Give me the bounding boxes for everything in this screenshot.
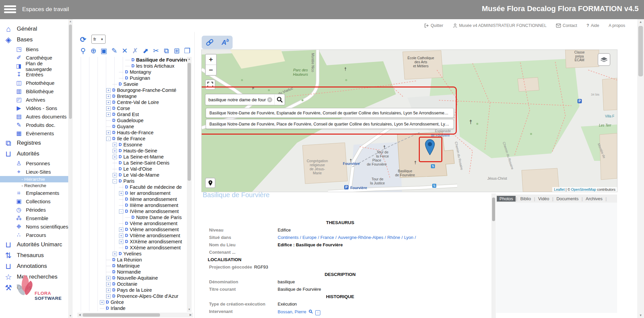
tree-expander-icon[interactable] bbox=[113, 84, 117, 84]
scroll-up-arrow[interactable]: ▲ bbox=[637, 19, 644, 25]
tree-node-label[interactable]: XIXème arrondissement bbox=[130, 239, 182, 244]
sidebar-item[interactable]: ◷ Périodes bbox=[0, 206, 68, 214]
tree-expander-icon[interactable]: + bbox=[119, 227, 123, 232]
tree-expander-icon[interactable] bbox=[113, 163, 117, 163]
tree-node-label[interactable]: Martinique bbox=[117, 263, 140, 269]
scrollbar-thumb[interactable] bbox=[492, 198, 495, 221]
current-user[interactable]: Musée v4 ADMINISTRATEUR FONCTIONNEL bbox=[453, 23, 547, 28]
sidebar-item[interactable]: ⁂ Ensemble bbox=[0, 214, 68, 222]
clear-search-icon[interactable]: ✕ bbox=[267, 97, 272, 102]
tree-expander-icon[interactable]: + bbox=[113, 155, 117, 159]
place-link[interactable]: Rhône bbox=[387, 235, 400, 240]
tree-node[interactable]: + D Hauts-de-Seine bbox=[77, 148, 187, 154]
tree-node-label[interactable]: Basilique de Fourvière bbox=[136, 57, 187, 63]
osm-link[interactable]: OpenStreetMap bbox=[571, 187, 596, 191]
tree-node[interactable]: + D Grand Est bbox=[77, 111, 187, 117]
map-search-box[interactable]: ✕ bbox=[205, 94, 285, 105]
scroll-down-arrow[interactable]: ▼ bbox=[68, 314, 73, 318]
tree-node[interactable]: D La Seine-Saint-Denis bbox=[77, 160, 187, 166]
tree-node-label[interactable]: XXème arrondissement bbox=[130, 245, 181, 250]
tree-expander-icon[interactable]: + bbox=[106, 112, 111, 117]
tree-expander-icon[interactable]: + bbox=[106, 106, 111, 111]
tree-node[interactable]: D Irlande bbox=[77, 305, 187, 311]
tree-node[interactable]: D Normandie bbox=[77, 269, 187, 275]
search-submit-button[interactable] bbox=[274, 95, 285, 105]
tree-node[interactable]: D Martinique bbox=[77, 263, 187, 269]
tree-node-label[interactable]: Corse bbox=[117, 106, 130, 111]
media-tab[interactable]: Archives bbox=[583, 196, 605, 202]
detail-scrollbar[interactable] bbox=[491, 193, 496, 318]
link-geocode-button[interactable] bbox=[205, 38, 214, 47]
edit-icon[interactable]: ✎ bbox=[111, 47, 118, 55]
tree-node[interactable]: + D Corse bbox=[77, 105, 187, 111]
tree-expander-icon[interactable] bbox=[125, 60, 130, 60]
tree-node-label[interactable]: Guadeloupe bbox=[117, 118, 144, 123]
fullscreen-button[interactable] bbox=[205, 79, 215, 90]
tree-expander-icon[interactable] bbox=[119, 78, 123, 78]
tree-node[interactable]: D IIème arrondissement bbox=[77, 196, 187, 202]
tree-node[interactable]: D Savoie bbox=[77, 81, 187, 87]
tree-node-label[interactable]: Le Val-d'Oise bbox=[123, 166, 152, 172]
tree-node-label[interactable]: Guyane bbox=[117, 124, 134, 129]
tree-node-label[interactable]: Ier arrondissement bbox=[130, 190, 170, 196]
paste-icon[interactable]: ⊞ bbox=[173, 47, 180, 55]
scroll-down-arrow[interactable]: ▼ bbox=[637, 313, 644, 318]
detach-icon[interactable]: ✗ bbox=[131, 47, 139, 55]
scroll-left-arrow[interactable]: ◀ bbox=[77, 313, 82, 317]
tree-node[interactable]: D Notre Dame de Paris bbox=[77, 214, 187, 220]
media-tab[interactable]: Photos bbox=[497, 196, 516, 202]
sidebar-item[interactable]: ◰ Archives bbox=[0, 96, 68, 104]
tree-expander-icon[interactable] bbox=[119, 187, 123, 187]
hamburger-menu-icon[interactable] bbox=[4, 5, 16, 14]
tree-node[interactable]: D Vème arrondissement bbox=[77, 220, 187, 226]
tree-node-label[interactable]: Irlande bbox=[111, 306, 125, 311]
tree-node-label[interactable]: les trois Artichaux bbox=[136, 63, 174, 69]
sidebar-item[interactable]: ⌂ Général bbox=[0, 24, 68, 34]
tree-node-label[interactable]: IIIème arrondissement bbox=[130, 203, 178, 208]
sidebar-item[interactable]: ♙ Personnes bbox=[0, 159, 68, 168]
tree-expander-icon[interactable]: + bbox=[106, 100, 111, 105]
sidebar-item[interactable]: ◫ Photothèque bbox=[0, 79, 68, 87]
tree-node[interactable]: + D VIème arrondissement bbox=[77, 226, 187, 233]
tree-expander-icon[interactable]: - bbox=[119, 209, 123, 214]
tree-expander-icon[interactable]: + bbox=[106, 282, 111, 286]
refresh-icon[interactable]: ⟳ bbox=[80, 35, 86, 44]
workspace-label[interactable]: Espaces de travail bbox=[22, 6, 69, 13]
tree-node-label[interactable]: Essonne bbox=[123, 142, 142, 147]
scrollbar-thumb[interactable] bbox=[188, 63, 191, 181]
tree-node-label[interactable]: Savoie bbox=[123, 81, 138, 87]
sidebar-item[interactable]: ❉ Noms scientifiques bbox=[0, 222, 68, 231]
tree-node[interactable]: D Guadeloupe bbox=[77, 117, 187, 123]
tree-expander-icon[interactable] bbox=[119, 199, 123, 200]
tree-expander-icon[interactable] bbox=[106, 120, 111, 121]
tree-node-label[interactable]: IVème arrondissement bbox=[130, 209, 179, 214]
move-out-icon[interactable]: ⬈ bbox=[142, 47, 149, 55]
sidebar-item[interactable]: ⌗ Emplacements bbox=[0, 189, 68, 197]
media-tab[interactable]: Biblio bbox=[518, 196, 534, 202]
tree-expander-icon[interactable] bbox=[119, 223, 123, 224]
sidebar-item[interactable]: ▥ Bibliothèque bbox=[0, 87, 68, 96]
place-link[interactable]: Auvergne-Rhône-Alpes bbox=[338, 235, 383, 240]
sidebar-item[interactable]: ⊔ Annotations bbox=[0, 261, 68, 272]
place-link[interactable]: Lyon bbox=[404, 235, 413, 240]
tree-node-label[interactable]: VIIème arrondissement bbox=[130, 233, 180, 238]
sidebar-item[interactable]: ⌖ Lieux-Sites bbox=[0, 168, 68, 176]
tree-expander-icon[interactable] bbox=[119, 205, 123, 206]
place-link[interactable]: Continents bbox=[278, 235, 298, 240]
tree-node[interactable]: + D Le Val-de-Marne bbox=[77, 172, 187, 178]
tree-node-label[interactable]: Normandie bbox=[117, 269, 141, 275]
tree-node-label[interactable]: Occitanie bbox=[117, 281, 137, 287]
tree-expander-icon[interactable]: + bbox=[119, 234, 123, 238]
tree-expander-icon[interactable] bbox=[125, 217, 130, 218]
sidebar-scrollbar[interactable]: ▲ ▼ bbox=[68, 19, 73, 318]
tree-node[interactable]: + D Centre-Val de Loire bbox=[77, 99, 187, 105]
zoom-out-button[interactable]: − bbox=[206, 65, 216, 75]
tree-node-label[interactable]: Bourgogne-Franche-Comté bbox=[117, 87, 176, 93]
sidebar-item[interactable]: ⧉ Registres bbox=[0, 138, 68, 148]
quit-link[interactable]: Quitter bbox=[424, 23, 443, 28]
tree-expander-icon[interactable]: + bbox=[106, 294, 111, 298]
tree-node-label[interactable]: Vème arrondissement bbox=[130, 221, 177, 226]
tree-node[interactable]: - D IVème arrondissement bbox=[77, 208, 187, 214]
tree-node-label[interactable]: Faculté de médecine de bbox=[130, 184, 182, 190]
sidebar-item[interactable]: ◈ Bases bbox=[0, 34, 68, 45]
